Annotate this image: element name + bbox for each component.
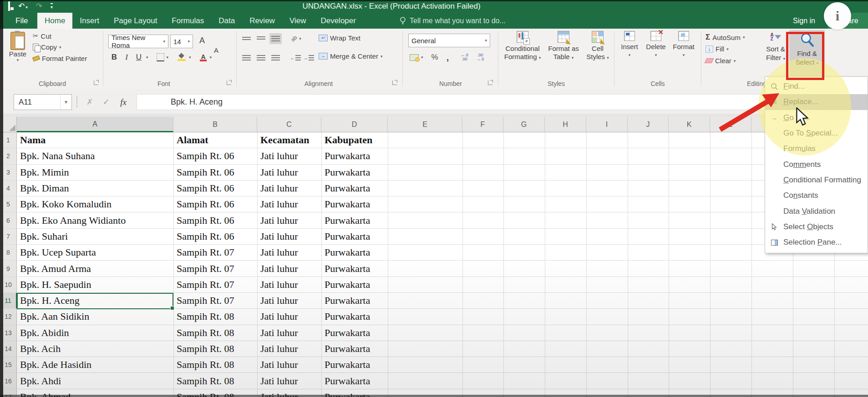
format-as-table-button[interactable]: Format asTable ▾ [545,31,582,62]
cell-kabupaten[interactable]: Purwakarta [321,229,388,244]
tell-me-box[interactable]: Tell me what you want to do... [400,13,506,29]
ribbon-tab[interactable]: Data [211,13,242,29]
tab-file[interactable]: File [7,13,36,29]
decrease-indent-icon[interactable]: ← [290,55,301,60]
redo-icon[interactable]: ↷ [36,2,42,10]
comma-style-button[interactable]: , [447,55,449,60]
formula-bar-handle[interactable] [76,96,77,107]
autosum-button[interactable]: Σ AutoSum ▾ [706,33,745,42]
cell-kecamatan[interactable]: Jati luhur [257,229,321,244]
cell-alamat[interactable]: Sampih Rt. 07 [173,293,257,308]
cell-kecamatan[interactable]: Jati luhur [257,325,321,341]
cell-kabupaten[interactable]: Purwakarta [321,309,388,324]
menu-item[interactable]: Conditional Formatting [765,172,868,188]
column-header[interactable]: H [545,117,586,132]
chevron-down-icon[interactable]: ▼ [60,95,71,110]
conditional-formatting-button[interactable]: ≠ ConditionalFormatting ▾ [502,31,543,62]
cell-kabupaten[interactable]: Kabupaten [321,132,388,148]
number-dialog-launcher-icon[interactable] [488,80,492,85]
cell-alamat[interactable]: Sampih Rt. 06 [173,148,257,164]
selected-cell-outline[interactable] [17,293,173,309]
cell-kabupaten[interactable]: Purwakarta [321,277,388,292]
alignment-dialog-launcher-icon[interactable] [392,80,397,85]
save-icon[interactable] [8,2,10,10]
ribbon-tab[interactable]: Developer [313,13,363,29]
cell-kecamatan[interactable]: Jati luhur [257,148,321,164]
merge-center-button[interactable]: ↔ Merge & Center ▾ [319,52,382,60]
cell-kecamatan[interactable]: Jati luhur [257,212,321,228]
ribbon-tab[interactable]: Insert [72,13,107,29]
sign-in-button[interactable]: Sign in [793,13,815,29]
cell-alamat[interactable]: Sampih Rt. 08 [173,357,257,372]
cell-alamat[interactable]: Sampih Rt. 07 [173,277,257,292]
delete-cells-button[interactable]: Delete▾ [644,31,668,57]
cell-kabupaten[interactable]: Purwakarta [321,245,388,260]
font-color-icon[interactable]: A [199,53,208,61]
cell-kabupaten[interactable]: Purwakarta [321,261,388,276]
cell-nama[interactable]: Bpk. Abidin [17,325,173,341]
cell-kecamatan[interactable]: Jati luhur [257,357,321,372]
cell-styles-button[interactable]: CellStyles ▾ [584,31,612,62]
increase-indent-icon[interactable]: → [303,55,314,60]
cell-kecamatan[interactable]: Jati luhur [257,245,321,260]
middle-align-button[interactable] [255,33,267,44]
cell-alamat[interactable]: Sampih Rt. 06 [173,165,257,180]
ribbon-tab[interactable]: View [282,13,314,29]
menu-item[interactable]: Comments [765,156,868,172]
cell-alamat[interactable]: Sampih Rt. 08 [173,341,257,357]
cell-kecamatan[interactable]: Jati luhur [257,293,321,308]
undo-icon[interactable]: ↶▾ [18,2,28,10]
cell-kabupaten[interactable]: Purwakarta [321,293,388,308]
cell-alamat[interactable]: Sampih Rt. 06 [173,181,257,196]
align-right-button[interactable] [269,52,282,63]
cell-kecamatan[interactable]: Jati luhur [257,309,321,324]
cell-kabupaten[interactable]: Purwakarta [321,181,388,196]
ribbon-tab[interactable]: Formulas [164,13,211,29]
cell-alamat[interactable]: Sampih Rt. 07 [173,261,257,276]
underline-button[interactable]: U [134,53,144,62]
cut-button[interactable]: ✂ Cut [33,32,51,40]
cell-nama[interactable]: Bpk. Nana Suhana [17,148,173,164]
cell-nama[interactable]: Bpk. Diman [17,181,173,196]
insert-cells-button[interactable]: Insert▾ [618,31,641,57]
column-header[interactable]: F [462,117,503,132]
cell-kabupaten[interactable]: Purwakarta [321,196,388,212]
paste-button[interactable]: Paste ▾ [5,31,30,76]
cell-kecamatan[interactable]: Jati luhur [257,181,321,196]
ribbon-tab[interactable]: Home [37,13,72,29]
font-dialog-launcher-icon[interactable] [227,80,231,85]
cell-nama[interactable]: Bpk. Koko Komaludin [17,196,173,212]
ribbon-tab[interactable]: Page Layout [107,13,164,29]
cell-kabupaten[interactable]: Purwakarta [321,212,388,228]
cell-kabupaten[interactable]: Purwakarta [321,357,388,372]
column-header[interactable]: B [173,117,257,132]
decrease-decimal-icon[interactable]: .00 →.0 [477,53,484,61]
cell-kabupaten[interactable]: Purwakarta [321,341,388,357]
italic-button[interactable]: I [122,53,132,62]
cell-kabupaten[interactable]: Purwakarta [321,148,388,164]
cell-alamat[interactable]: Sampih Rt. 07 [173,245,257,260]
increase-decimal-icon[interactable]: ←.0 .00 [461,53,468,61]
column-header[interactable]: G [503,117,545,132]
accounting-format-icon[interactable] [410,54,419,61]
cell-nama[interactable]: Bpk. Aan Sidikin [17,309,173,324]
cell-alamat[interactable]: Sampih Rt. 08 [173,309,257,324]
align-center-button[interactable] [255,52,267,63]
cell-nama[interactable]: Bpk. Ade Hasidin [17,357,173,372]
name-box[interactable]: A11 ▼ [14,94,72,110]
customize-qat-icon[interactable]: ▾ [51,2,53,10]
font-size-combo[interactable]: 14▾ [170,35,193,48]
cell-kecamatan[interactable]: Jati luhur [257,277,321,292]
cell-nama[interactable]: Bpk. Suhari [17,229,173,244]
cell-nama[interactable]: Bpk. Mimin [17,165,173,180]
menu-item[interactable]: Constants [765,188,868,203]
top-align-button[interactable] [240,33,253,44]
cell-kabupaten[interactable]: Purwakarta [321,373,388,388]
cell-alamat[interactable]: Sampih Rt. 08 [173,325,257,341]
wrap-text-button[interactable]: ↩ Wrap Text [319,34,360,42]
cell-nama[interactable]: Bpk. Ahdi [17,373,173,388]
cell-alamat[interactable]: Sampih Rt. 08 [173,373,257,388]
bottom-align-button[interactable] [269,33,282,44]
bold-button[interactable]: B [109,53,119,62]
cell-kabupaten[interactable]: Purwakarta [321,325,388,341]
